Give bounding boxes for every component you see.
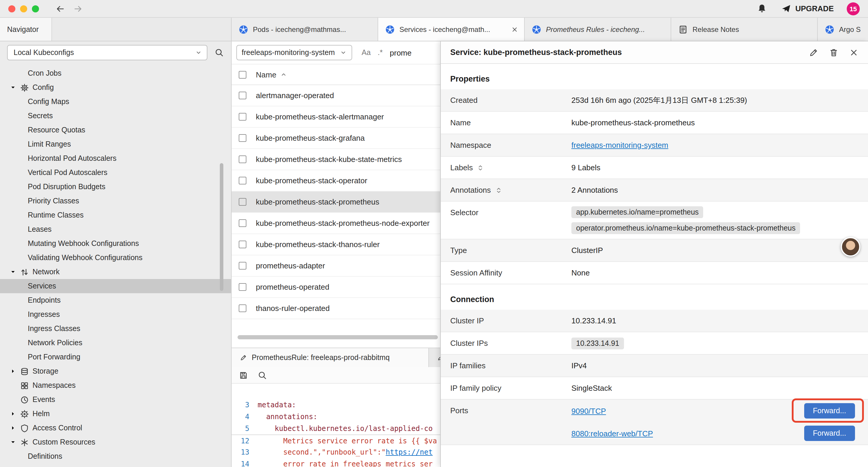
sidebar-item-endpoints[interactable]: Endpoints — [0, 293, 231, 308]
expand-updown-icon[interactable] — [495, 186, 502, 194]
sidebar-item-services[interactable]: Services — [0, 279, 231, 293]
regex-toggle[interactable]: .* — [378, 49, 383, 57]
sidebar-item-mutating-webhook-configurations[interactable]: Mutating Webhook Configurations — [0, 236, 231, 251]
row-checkbox[interactable] — [239, 219, 246, 227]
tab-pods-icecheng-mathmas[interactable]: Pods - icecheng@mathmas... — [231, 18, 378, 41]
sidebar-item-network-policies[interactable]: Network Policies — [0, 336, 231, 350]
row-checkbox[interactable] — [239, 134, 246, 142]
kubeconfig-select[interactable]: Local Kubeconfigs — [7, 45, 208, 60]
select-all-checkbox[interactable] — [239, 71, 246, 78]
row-checkbox[interactable] — [239, 198, 246, 206]
sidebar-item-resource-quotas[interactable]: Resource Quotas — [0, 123, 231, 137]
close-icon[interactable] — [511, 26, 518, 33]
scrollbar-thumb[interactable] — [238, 335, 438, 339]
sidebar-item-helm[interactable]: Helm — [0, 407, 231, 421]
service-row-alertmanager-operated[interactable]: alertmanager-operated — [231, 85, 440, 107]
close-drawer-icon[interactable] — [849, 48, 859, 57]
row-checkbox[interactable] — [239, 177, 246, 184]
edit-resource-icon[interactable] — [809, 48, 818, 57]
tab-release-notes[interactable]: Release Notes — [671, 18, 818, 41]
delete-resource-icon[interactable] — [829, 48, 838, 57]
editor-tab-next[interactable] — [429, 348, 440, 367]
match-case-toggle[interactable]: Aa — [362, 49, 371, 57]
row-checkbox[interactable] — [239, 241, 246, 248]
expand-updown-icon[interactable] — [477, 164, 484, 171]
sidebar-scrollbar[interactable] — [220, 163, 223, 291]
yaml-editor[interactable]: 3metadata:4 annotations:5 kubectl.kubern… — [231, 384, 440, 467]
sidebar-item-config-maps[interactable]: Config Maps — [0, 95, 231, 109]
sidebar-item-secrets[interactable]: Secrets — [0, 109, 231, 123]
sidebar-item-port-forwarding[interactable]: Port Forwarding — [0, 350, 231, 364]
sidebar-item-namespaces[interactable]: Namespaces — [0, 378, 231, 392]
service-row-kube-prometheus-stack-alertmanager[interactable]: kube-prometheus-stack-alertmanager — [231, 107, 440, 128]
forward-button[interactable]: Forward... — [804, 426, 855, 441]
forward-icon[interactable] — [73, 4, 83, 13]
port-link[interactable]: 9090/TCP — [571, 406, 606, 415]
sidebar-item-pod-disruption-budgets[interactable]: Pod Disruption Budgets — [0, 180, 231, 194]
row-checkbox[interactable] — [239, 92, 246, 99]
service-row-kube-prometheus-stack-prometheus-node-exporter[interactable]: kube-prometheus-stack-prometheus-node-ex… — [231, 213, 440, 234]
bell-icon[interactable] — [757, 4, 767, 13]
sidebar-item-ingress-classes[interactable]: Ingress Classes — [0, 322, 231, 336]
sidebar-item-cron-jobs[interactable]: Cron Jobs — [0, 66, 231, 80]
service-row-thanos-ruler-operated[interactable]: thanos-ruler-operated — [231, 298, 440, 319]
chevron-right-icon[interactable] — [9, 368, 17, 375]
sidebar-item-storage[interactable]: Storage — [0, 364, 231, 378]
sidebar-item-limit-ranges[interactable]: Limit Ranges — [0, 137, 231, 151]
sidebar-item-events[interactable]: Events — [0, 392, 231, 407]
service-row-prometheus-operated[interactable]: prometheus-operated — [231, 276, 440, 298]
navigator-tab[interactable]: Navigator — [0, 18, 52, 41]
sidebar-item-horizontal-pod-autoscalers[interactable]: Horizontal Pod Autoscalers — [0, 151, 231, 166]
row-checkbox[interactable] — [239, 155, 246, 163]
search-query-input[interactable]: prome — [390, 48, 411, 57]
window-zoom-button[interactable] — [32, 5, 39, 12]
service-row-kube-prometheus-stack-grafana[interactable]: kube-prometheus-stack-grafana — [231, 128, 440, 149]
tab-services-icecheng-math[interactable]: Services - icecheng@math... — [378, 18, 525, 41]
tab-prometheus-rules-icecheng[interactable]: Prometheus Rules - icecheng... — [525, 18, 671, 41]
namespace-link[interactable]: freeleaps-monitoring-system — [571, 141, 668, 150]
sidebar-item-ingresses[interactable]: Ingresses — [0, 308, 231, 322]
service-row-prometheus-adapter[interactable]: prometheus-adapter — [231, 255, 440, 276]
editor-search-icon[interactable] — [258, 370, 267, 380]
sidebar-item-priority-classes[interactable]: Priority Classes — [0, 194, 231, 208]
horizontal-scrollbar[interactable] — [231, 335, 440, 339]
tab-argo-s[interactable]: Argo S — [818, 18, 868, 41]
sidebar-item-vertical-pod-autoscalers[interactable]: Vertical Pod Autoscalers — [0, 166, 231, 180]
sidebar-item-runtime-classes[interactable]: Runtime Classes — [0, 208, 231, 222]
sidebar-item-definitions[interactable]: Definitions — [0, 449, 231, 463]
row-checkbox[interactable] — [239, 113, 246, 121]
name-column-header[interactable]: Name — [256, 70, 287, 79]
row-checkbox[interactable] — [239, 304, 246, 312]
chevron-down-icon[interactable] — [9, 268, 17, 275]
back-icon[interactable] — [56, 4, 65, 13]
service-row-kube-prometheus-stack-operator[interactable]: kube-prometheus-stack-operator — [231, 170, 440, 192]
editor-tab-prometheusrule[interactable]: PrometheusRule: freeleaps-prod-rabbitmq — [231, 348, 429, 367]
row-checkbox[interactable] — [239, 262, 246, 269]
save-icon[interactable] — [239, 370, 248, 380]
services-toolbar: freeleaps-monitoring-system Aa .* prome — [231, 41, 440, 64]
sidebar-item-config[interactable]: Config — [0, 80, 231, 95]
drawer-row-name: Namekube-prometheus-stack-prometheus — [441, 112, 868, 134]
sidebar-item-validating-webhook-configurations[interactable]: Validating Webhook Configurations — [0, 251, 231, 265]
port-link[interactable]: 8080:reloader-web/TCP — [571, 429, 653, 438]
service-row-kube-prometheus-stack-kube-state-metrics[interactable]: kube-prometheus-stack-kube-state-metrics — [231, 149, 440, 170]
forward-button[interactable]: Forward... — [804, 403, 855, 418]
row-checkbox[interactable] — [239, 283, 246, 291]
chevron-down-icon[interactable] — [9, 439, 17, 446]
sidebar-item-leases[interactable]: Leases — [0, 222, 231, 236]
service-row-kube-prometheus-stack-thanos-ruler[interactable]: kube-prometheus-stack-thanos-ruler — [231, 234, 440, 255]
sidebar-item-access-control[interactable]: Access Control — [0, 421, 231, 435]
notification-count-badge[interactable]: 15 — [847, 2, 860, 15]
sidebar-item-network[interactable]: Network — [0, 265, 231, 279]
chevron-down-icon[interactable] — [9, 84, 17, 91]
chevron-right-icon[interactable] — [9, 410, 17, 417]
window-close-button[interactable] — [8, 5, 16, 12]
sidebar-item-custom-resources[interactable]: Custom Resources — [0, 435, 231, 449]
chevron-right-icon[interactable] — [9, 425, 17, 432]
service-row-kube-prometheus-stack-prometheus[interactable]: kube-prometheus-stack-prometheus — [231, 192, 440, 213]
window-minimize-button[interactable] — [20, 5, 27, 12]
search-icon[interactable] — [215, 48, 224, 57]
namespace-filter-select[interactable]: freeleaps-monitoring-system — [236, 45, 352, 60]
user-avatar[interactable] — [841, 237, 860, 257]
upgrade-button[interactable]: UPGRADE — [781, 4, 834, 13]
